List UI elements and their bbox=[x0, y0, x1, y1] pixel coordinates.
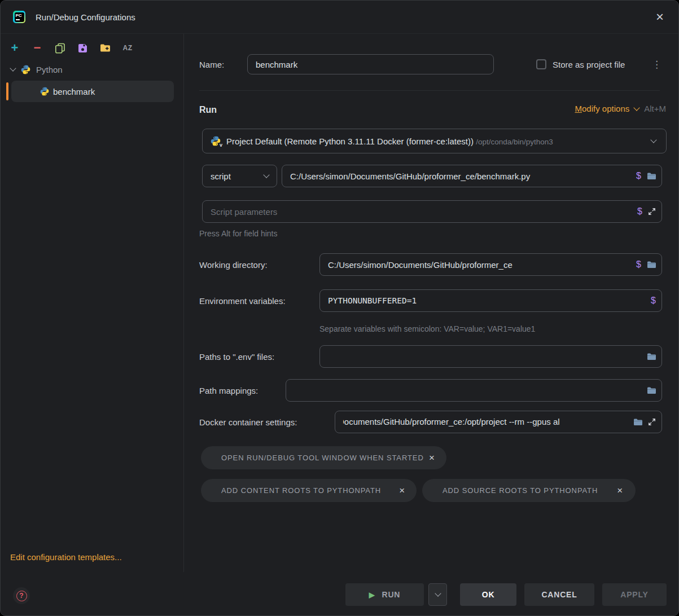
environment-variables-input[interactable] bbox=[328, 296, 645, 305]
close-icon[interactable]: × bbox=[429, 453, 435, 463]
working-directory-field[interactable]: $ bbox=[319, 253, 662, 276]
run-button[interactable]: ▶ RUN bbox=[345, 583, 424, 606]
copy-configuration-button[interactable] bbox=[54, 42, 65, 54]
pycharm-logo-icon: PC bbox=[13, 11, 25, 23]
script-path-field[interactable]: $ bbox=[282, 165, 662, 187]
pill-open-run-debug-tool-window[interactable]: OPEN RUN/DEBUG TOOL WINDOW WHEN STARTED … bbox=[201, 446, 446, 469]
sort-alphabetically-button[interactable]: AZ bbox=[122, 42, 133, 54]
pill-label: OPEN RUN/DEBUG TOOL WINDOW WHEN STARTED bbox=[221, 454, 424, 462]
help-button[interactable]: ? bbox=[13, 587, 30, 604]
python-interpreter-icon: v bbox=[211, 136, 221, 146]
tree-node-python[interactable]: Python bbox=[1, 60, 63, 79]
save-configuration-button[interactable] bbox=[77, 42, 88, 54]
name-field[interactable] bbox=[247, 54, 494, 74]
help-icon: ? bbox=[16, 591, 27, 601]
modify-options-control[interactable]: Modify options Alt+M bbox=[575, 104, 667, 113]
close-icon[interactable]: × bbox=[651, 8, 668, 25]
kebab-menu-icon[interactable]: ⋮ bbox=[652, 59, 662, 71]
browse-folder-icon[interactable] bbox=[647, 386, 656, 394]
close-icon[interactable]: × bbox=[617, 486, 623, 495]
docker-container-settings-label: Docker container settings: bbox=[199, 411, 297, 433]
edit-configuration-templates-link[interactable]: Edit configuration templates... bbox=[10, 552, 122, 562]
script-parameters-input[interactable] bbox=[211, 207, 632, 217]
run-options-chevron-button[interactable] bbox=[428, 583, 447, 606]
macro-dollar-icon[interactable]: $ bbox=[636, 259, 641, 270]
docker-container-settings-field[interactable]: Documents/GitHub/proformer_ce:/opt/proje… bbox=[335, 411, 662, 433]
field-hint-text: Press Alt for field hints bbox=[199, 229, 278, 238]
chevron-down-icon bbox=[10, 65, 16, 71]
working-directory-label: Working directory: bbox=[199, 253, 268, 276]
apply-button[interactable]: APPLY bbox=[602, 583, 667, 606]
target-type-select[interactable]: script bbox=[202, 165, 277, 187]
modify-options-shortcut: Alt+M bbox=[644, 104, 666, 113]
env-files-label: Paths to ".env" files: bbox=[199, 345, 274, 368]
script-path-input[interactable] bbox=[290, 171, 630, 181]
run-button-label: RUN bbox=[382, 590, 401, 599]
store-as-project-file-label: Store as project file bbox=[553, 53, 625, 76]
path-mappings-input[interactable] bbox=[294, 386, 641, 395]
macro-dollar-icon[interactable]: $ bbox=[651, 296, 656, 306]
selection-indicator bbox=[6, 82, 8, 100]
interpreter-value: Project Default (Remote Python 3.11.11 D… bbox=[226, 137, 646, 146]
script-parameters-field[interactable]: $ bbox=[202, 200, 662, 223]
environment-variables-hint: Separate variables with semicolon: VAR=v… bbox=[319, 324, 535, 333]
expand-field-icon[interactable] bbox=[648, 208, 656, 215]
expand-field-icon[interactable] bbox=[648, 418, 656, 426]
macro-dollar-icon[interactable]: $ bbox=[637, 206, 642, 217]
chevron-down-icon bbox=[435, 590, 441, 596]
dialog-title: Run/Debug Configurations bbox=[36, 12, 135, 22]
tree-item-benchmark[interactable]: benchmark bbox=[11, 81, 174, 102]
browse-folder-icon[interactable] bbox=[633, 418, 642, 426]
environment-variables-field[interactable]: $ bbox=[319, 289, 662, 312]
environment-variables-label: Environment variables: bbox=[199, 289, 286, 312]
store-as-project-file-checkbox[interactable] bbox=[536, 59, 546, 69]
env-files-field[interactable] bbox=[319, 345, 662, 368]
ok-button[interactable]: OK bbox=[460, 583, 516, 606]
python-icon bbox=[40, 87, 49, 96]
pill-add-source-roots[interactable]: ADD SOURCE ROOTS TO PYTHONPATH × bbox=[422, 479, 636, 502]
cancel-button[interactable]: CANCEL bbox=[524, 583, 594, 606]
pill-label: ADD SOURCE ROOTS TO PYTHONPATH bbox=[443, 486, 598, 495]
browse-folder-icon[interactable] bbox=[647, 172, 656, 180]
run-debug-configurations-dialog: PC Run/Debug Configurations × + − bbox=[0, 0, 679, 616]
modify-options-link[interactable]: Modify options bbox=[575, 104, 630, 113]
remove-configuration-button[interactable]: − bbox=[32, 42, 43, 54]
sidebar-toolbar: + − AZ bbox=[1, 38, 133, 58]
play-icon: ▶ bbox=[369, 591, 375, 599]
chevron-down-icon bbox=[650, 137, 656, 143]
chevron-down-icon bbox=[263, 171, 269, 178]
name-input[interactable] bbox=[256, 60, 488, 69]
browse-folder-icon[interactable] bbox=[647, 261, 656, 269]
interpreter-select[interactable]: v Project Default (Remote Python 3.11.11… bbox=[202, 129, 667, 153]
tree-root-label: Python bbox=[36, 65, 63, 74]
title-bar: PC Run/Debug Configurations × bbox=[1, 1, 678, 34]
python-icon bbox=[21, 65, 30, 74]
add-configuration-button[interactable]: + bbox=[9, 42, 20, 54]
docker-container-settings-value: Documents/GitHub/proformer_ce:/opt/proje… bbox=[343, 417, 628, 427]
browse-folder-icon[interactable] bbox=[647, 353, 656, 360]
close-icon[interactable]: × bbox=[399, 486, 405, 495]
run-section-title: Run bbox=[199, 105, 217, 115]
macro-dollar-icon[interactable]: $ bbox=[636, 171, 641, 181]
name-label: Name: bbox=[199, 53, 224, 76]
configuration-form: Name: Store as project file ⋮ Run Modify… bbox=[185, 34, 679, 572]
tree-item-label: benchmark bbox=[53, 87, 95, 96]
pill-label: ADD CONTENT ROOTS TO PYTHONPATH bbox=[221, 486, 381, 495]
target-type-value: script bbox=[211, 171, 259, 181]
pill-add-content-roots[interactable]: ADD CONTENT ROOTS TO PYTHONPATH × bbox=[201, 479, 417, 502]
divider bbox=[199, 90, 660, 91]
path-mappings-label: Path mappings: bbox=[199, 379, 258, 402]
configurations-sidebar: + − AZ bbox=[1, 34, 184, 572]
env-files-input[interactable] bbox=[328, 352, 641, 362]
chevron-down-icon bbox=[634, 104, 640, 111]
new-folder-button[interactable] bbox=[99, 42, 111, 54]
working-directory-input[interactable] bbox=[328, 260, 630, 270]
path-mappings-field[interactable] bbox=[286, 379, 662, 402]
